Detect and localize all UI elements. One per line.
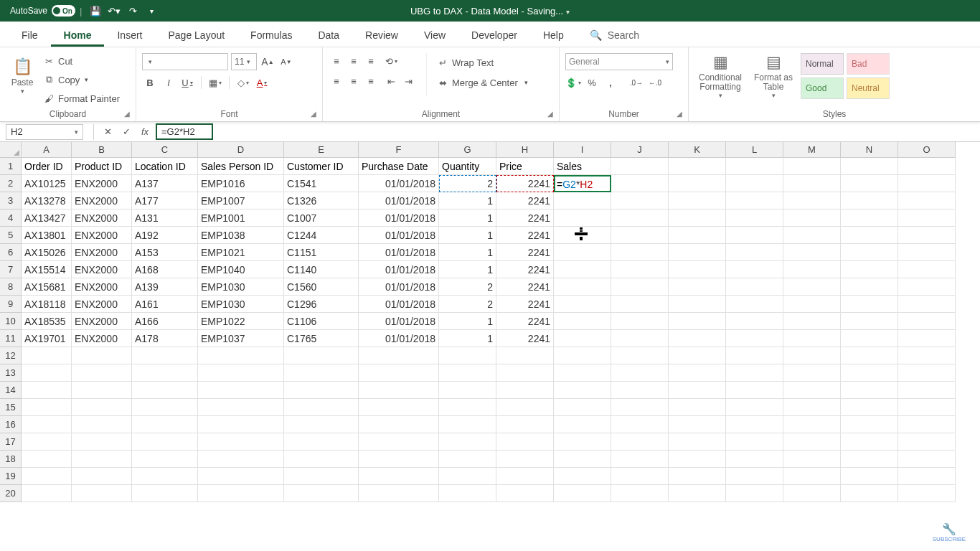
col-header-c[interactable]: C bbox=[132, 142, 198, 158]
cell-N18[interactable] bbox=[841, 451, 898, 468]
cell-J7[interactable] bbox=[611, 261, 669, 278]
cell-M9[interactable] bbox=[783, 296, 841, 313]
row-header-3[interactable]: 3 bbox=[0, 192, 22, 209]
col-header-d[interactable]: D bbox=[198, 142, 284, 158]
cell-I20[interactable] bbox=[554, 485, 611, 502]
cell-J12[interactable] bbox=[611, 347, 669, 364]
select-all-button[interactable] bbox=[0, 142, 22, 158]
cell-L8[interactable] bbox=[726, 278, 783, 296]
cell-D2[interactable]: EMP1016 bbox=[198, 175, 284, 192]
cell-M4[interactable] bbox=[783, 209, 841, 227]
cell-E18[interactable] bbox=[284, 451, 359, 468]
cell-O7[interactable] bbox=[898, 261, 956, 278]
cell-K14[interactable] bbox=[669, 382, 726, 399]
cell-N17[interactable] bbox=[841, 433, 898, 451]
cell-K10[interactable] bbox=[669, 313, 726, 330]
cell-L20[interactable] bbox=[726, 485, 783, 502]
cell-K6[interactable] bbox=[669, 244, 726, 261]
col-header-o[interactable]: O bbox=[898, 142, 956, 158]
cell-O2[interactable] bbox=[898, 175, 956, 192]
cell-C6[interactable]: A153 bbox=[132, 244, 198, 261]
cell-F1[interactable]: Purchase Date bbox=[359, 158, 439, 175]
cell-M3[interactable] bbox=[783, 192, 841, 209]
row-header-20[interactable]: 20 bbox=[0, 485, 22, 502]
decrease-indent-button[interactable]: ⇤ bbox=[383, 73, 399, 89]
align-top-button[interactable]: ≡ bbox=[329, 53, 344, 69]
percent-format-button[interactable]: % bbox=[584, 75, 600, 90]
cell-K1[interactable] bbox=[669, 158, 726, 175]
cell-B11[interactable]: ENX2000 bbox=[72, 330, 132, 347]
row-header-9[interactable]: 9 bbox=[0, 296, 22, 313]
cell-I4[interactable] bbox=[554, 209, 611, 227]
cell-E14[interactable] bbox=[284, 382, 359, 399]
cell-style-bad[interactable]: Bad bbox=[847, 53, 890, 75]
cell-G17[interactable] bbox=[439, 433, 496, 451]
cell-B9[interactable]: ENX2000 bbox=[72, 296, 132, 313]
align-left-button[interactable]: ≡ bbox=[329, 73, 344, 89]
cell-A8[interactable]: AX15681 bbox=[22, 278, 72, 296]
cell-K16[interactable] bbox=[669, 416, 726, 433]
cell-N12[interactable] bbox=[841, 347, 898, 364]
cell-C2[interactable]: A137 bbox=[132, 175, 198, 192]
cell-C15[interactable] bbox=[132, 399, 198, 416]
cell-E20[interactable] bbox=[284, 485, 359, 502]
cell-N10[interactable] bbox=[841, 313, 898, 330]
cell-A18[interactable] bbox=[22, 451, 72, 468]
row-header-8[interactable]: 8 bbox=[0, 278, 22, 296]
cell-J19[interactable] bbox=[611, 468, 669, 485]
row-header-7[interactable]: 7 bbox=[0, 261, 22, 278]
cell-L6[interactable] bbox=[726, 244, 783, 261]
col-header-n[interactable]: N bbox=[841, 142, 898, 158]
cell-B19[interactable] bbox=[72, 468, 132, 485]
cut-button[interactable]: ✂Cut bbox=[43, 53, 120, 69]
cell-G15[interactable] bbox=[439, 399, 496, 416]
cell-O13[interactable] bbox=[898, 364, 956, 382]
cell-I6[interactable] bbox=[554, 244, 611, 261]
row-header-10[interactable]: 10 bbox=[0, 313, 22, 330]
cell-M14[interactable] bbox=[783, 382, 841, 399]
cell-N2[interactable] bbox=[841, 175, 898, 192]
align-middle-button[interactable]: ≡ bbox=[346, 53, 362, 69]
cell-E13[interactable] bbox=[284, 364, 359, 382]
conditional-formatting-button[interactable]: ▦ Conditional Formatting▾ bbox=[694, 50, 746, 102]
cell-I3[interactable] bbox=[554, 192, 611, 209]
format-as-table-button[interactable]: ▤ Format as Table▾ bbox=[750, 50, 796, 102]
cell-E2[interactable]: C1541 bbox=[284, 175, 359, 192]
cell-O9[interactable] bbox=[898, 296, 956, 313]
row-header-12[interactable]: 12 bbox=[0, 347, 22, 364]
cell-O8[interactable] bbox=[898, 278, 956, 296]
cell-L16[interactable] bbox=[726, 416, 783, 433]
cell-A9[interactable]: AX18118 bbox=[22, 296, 72, 313]
cell-style-neutral[interactable]: Neutral bbox=[847, 77, 890, 99]
cell-I18[interactable] bbox=[554, 451, 611, 468]
row-header-1[interactable]: 1 bbox=[0, 158, 22, 175]
cell-G13[interactable] bbox=[439, 364, 496, 382]
cell-H9[interactable]: 2241 bbox=[496, 296, 554, 313]
cell-O11[interactable] bbox=[898, 330, 956, 347]
cell-D6[interactable]: EMP1021 bbox=[198, 244, 284, 261]
tab-home[interactable]: Home bbox=[51, 24, 105, 47]
cell-O14[interactable] bbox=[898, 382, 956, 399]
number-format-combo[interactable]: General▾ bbox=[565, 53, 673, 70]
cell-N7[interactable] bbox=[841, 261, 898, 278]
cell-A4[interactable]: AX13427 bbox=[22, 209, 72, 227]
cell-D19[interactable] bbox=[198, 468, 284, 485]
cell-J18[interactable] bbox=[611, 451, 669, 468]
cell-E15[interactable] bbox=[284, 399, 359, 416]
cell-C14[interactable] bbox=[132, 382, 198, 399]
cell-style-good[interactable]: Good bbox=[801, 77, 844, 99]
cell-E6[interactable]: C1151 bbox=[284, 244, 359, 261]
cell-F8[interactable]: 01/01/2018 bbox=[359, 278, 439, 296]
row-header-19[interactable]: 19 bbox=[0, 468, 22, 485]
cell-A7[interactable]: AX15514 bbox=[22, 261, 72, 278]
cell-I15[interactable] bbox=[554, 399, 611, 416]
cell-D13[interactable] bbox=[198, 364, 284, 382]
copy-button[interactable]: ⧉Copy▾ bbox=[43, 72, 120, 88]
cell-M17[interactable] bbox=[783, 433, 841, 451]
cell-K8[interactable] bbox=[669, 278, 726, 296]
cell-A5[interactable]: AX13801 bbox=[22, 227, 72, 244]
cell-M11[interactable] bbox=[783, 330, 841, 347]
search-tab[interactable]: 🔍Search bbox=[577, 24, 652, 47]
cell-L13[interactable] bbox=[726, 364, 783, 382]
cell-B14[interactable] bbox=[72, 382, 132, 399]
